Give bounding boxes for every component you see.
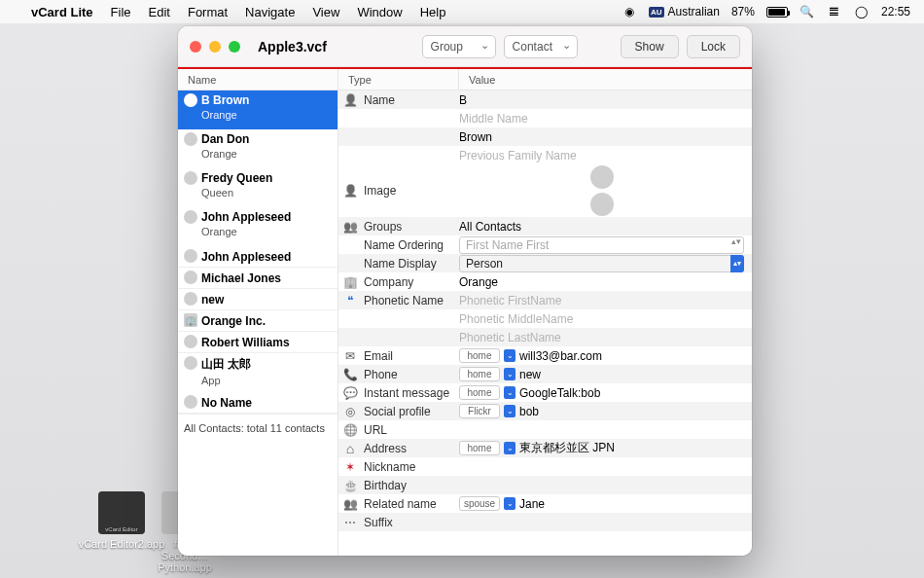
nickname-icon: [338, 460, 362, 474]
clock[interactable]: 22:55: [881, 5, 910, 18]
row-name-ordering: Name OrderingFirst Name First▴▾: [338, 235, 752, 254]
contact-row[interactable]: Fredy QueenQueen: [178, 168, 338, 207]
contact-dropdown[interactable]: Contact: [504, 35, 578, 58]
column-headers: Name Type Value: [178, 69, 752, 90]
menu-edit[interactable]: Edit: [149, 5, 170, 19]
people-icon: [338, 220, 362, 234]
value-social[interactable]: bob: [519, 405, 539, 418]
label-im: Instant message: [362, 386, 459, 400]
row-name-display: Name DisplayPerson▴▾: [338, 254, 752, 272]
address-tag[interactable]: home: [459, 441, 500, 455]
value-phone[interactable]: new: [519, 368, 541, 381]
avatar-placeholder-icon: [590, 165, 614, 189]
value-im[interactable]: GoogleTalk:bob: [519, 386, 600, 400]
value-phon-last[interactable]: Phonetic LastName: [459, 331, 752, 344]
value-phon-first[interactable]: Phonetic FirstName: [459, 294, 752, 307]
name-ordering-select[interactable]: First Name First▴▾: [459, 236, 744, 254]
value-company[interactable]: Orange: [459, 275, 752, 289]
contacts-sidebar: B BrownOrangeDan DonOrangeFredy QueenQue…: [178, 90, 338, 556]
show-button[interactable]: Show: [621, 35, 679, 58]
header-name[interactable]: Name: [178, 69, 338, 90]
value-related[interactable]: Jane: [519, 497, 545, 511]
contact-row[interactable]: Michael Jones: [178, 268, 338, 289]
contact-name: Fredy Queen: [201, 168, 338, 185]
contacts-count: All Contacts: total 11 contacts: [178, 414, 338, 442]
row-groups: GroupsAll Contacts: [338, 217, 752, 235]
social-icon: [338, 405, 362, 418]
value-email[interactable]: will33@bar.com: [519, 349, 602, 363]
menu-help[interactable]: Help: [420, 5, 446, 19]
dropdown-icon[interactable]: ⌄: [504, 442, 515, 454]
header-value[interactable]: Value: [459, 69, 752, 90]
label-birthday: Birthday: [362, 479, 459, 492]
value-name-ordering[interactable]: First Name First▴▾: [459, 236, 752, 254]
contact-name: No Name: [201, 396, 252, 410]
dropdown-icon[interactable]: ⌄: [504, 349, 515, 362]
value-image[interactable]: [459, 160, 752, 222]
menu-navigate[interactable]: Navigate: [245, 5, 295, 19]
related-tag[interactable]: spouse: [459, 496, 500, 511]
group-dropdown[interactable]: Group: [422, 35, 496, 58]
phonetic-icon: [338, 294, 362, 307]
minimize-button[interactable]: [209, 41, 221, 53]
contact-row[interactable]: new: [178, 289, 338, 310]
window-title: Apple3.vcf: [258, 39, 327, 54]
screen-record-icon[interactable]: ◉: [622, 4, 637, 19]
people-icon: [338, 497, 362, 511]
menu-format[interactable]: Format: [188, 5, 228, 19]
contact-name: Robert Williams: [201, 336, 290, 349]
chat-icon: [338, 386, 362, 400]
contact-row[interactable]: 山田 太郎App: [178, 353, 338, 392]
label-phonetic: Phonetic Name: [362, 294, 459, 307]
avatar-icon: [184, 210, 197, 224]
header-type[interactable]: Type: [338, 69, 459, 90]
input-source[interactable]: AU Australian: [649, 5, 720, 18]
email-tag[interactable]: home: [459, 348, 500, 363]
contact-row[interactable]: 🏢Orange Inc.: [178, 310, 338, 332]
value-phon-mid[interactable]: Phonetic MiddleName: [459, 312, 752, 326]
dropdown-icon[interactable]: ⌄: [504, 497, 515, 510]
input-source-label: Australian: [668, 5, 720, 18]
phone-tag[interactable]: home: [459, 367, 500, 381]
contact-row[interactable]: Dan DonOrange: [178, 129, 338, 168]
contact-row[interactable]: B BrownOrange: [178, 90, 338, 129]
label-social: Social profile: [362, 405, 459, 418]
contact-sub: Orange: [201, 224, 338, 237]
menu-window[interactable]: Window: [357, 5, 402, 19]
close-button[interactable]: [190, 41, 201, 53]
value-name-display[interactable]: Person▴▾: [459, 255, 752, 272]
avatar-icon: [184, 335, 197, 348]
contact-row[interactable]: Robert Williams: [178, 332, 338, 353]
building-icon: 🏢: [184, 313, 197, 327]
zoom-button[interactable]: [229, 41, 240, 53]
avatar-icon: [184, 171, 197, 185]
menu-view[interactable]: View: [312, 5, 339, 19]
spotlight-icon[interactable]: 🔍: [800, 4, 815, 19]
contact-row[interactable]: John AppleseedOrange: [178, 207, 338, 246]
titlebar: Apple3.vcf Group Contact Show Lock: [178, 26, 752, 67]
person-icon: [338, 93, 362, 107]
control-center-icon[interactable]: 𝌆: [827, 4, 842, 19]
value-address[interactable]: 東京都杉並区 JPN: [519, 440, 615, 456]
value-first-name[interactable]: B: [459, 93, 752, 107]
value-middle-name[interactable]: Middle Name: [459, 112, 752, 126]
app-menu[interactable]: vCard Lite: [31, 5, 93, 19]
more-icon: [338, 516, 362, 529]
menu-file[interactable]: File: [111, 5, 131, 19]
siri-icon[interactable]: ◯: [854, 4, 870, 19]
dropdown-icon[interactable]: ⌄: [504, 368, 515, 380]
value-groups[interactable]: All Contacts: [459, 220, 752, 234]
value-last-name[interactable]: Brown: [459, 130, 752, 144]
row-last-name: Brown: [338, 127, 752, 146]
dropdown-icon[interactable]: ⌄: [504, 405, 515, 417]
battery-icon[interactable]: [766, 7, 788, 18]
contact-row[interactable]: John Appleseed: [178, 246, 338, 268]
dropdown-icon[interactable]: ⌄: [504, 386, 515, 399]
menubar-status: ◉ AU Australian 87% 🔍 𝌆 ◯ 22:55: [622, 4, 910, 19]
lock-button[interactable]: Lock: [687, 35, 740, 58]
label-url: URL: [362, 423, 459, 437]
name-display-select[interactable]: Person▴▾: [459, 255, 744, 272]
contact-row[interactable]: No Name: [178, 392, 338, 414]
im-tag[interactable]: home: [459, 385, 500, 400]
social-tag[interactable]: Flickr: [459, 404, 500, 418]
